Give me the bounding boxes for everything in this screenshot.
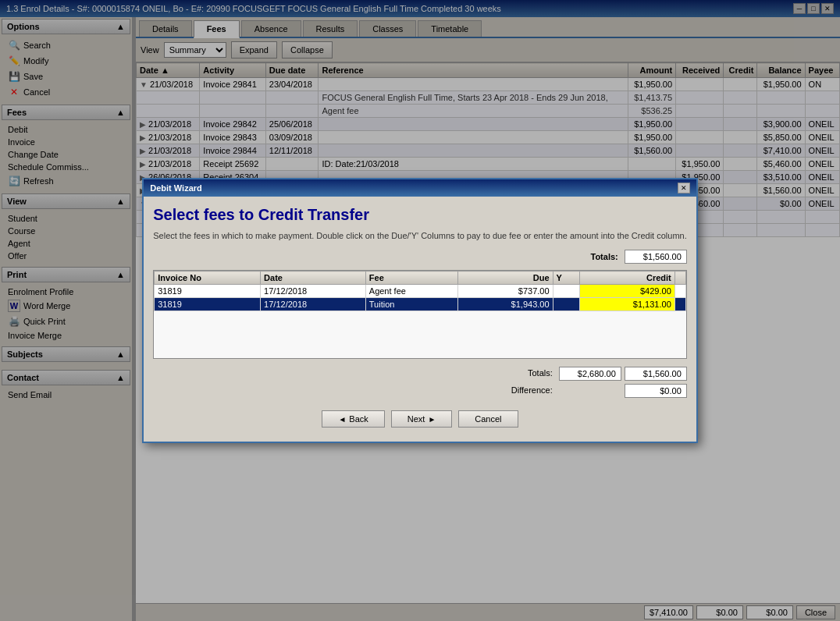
- modal-heading: Select fees to Credit Transfer: [153, 206, 687, 224]
- modal-scrollbar-header: [674, 271, 685, 285]
- modal-totals-due-value: $2,680.00: [559, 367, 621, 381]
- modal-fees-table: Invoice No Date Fee Due Y Credit 31819 1…: [154, 271, 686, 311]
- next-button[interactable]: Next ►: [391, 410, 453, 428]
- modal-col-credit[interactable]: Credit: [579, 271, 674, 285]
- modal-col-invoice[interactable]: Invoice No: [155, 271, 261, 285]
- modal-col-due[interactable]: Due: [457, 271, 553, 285]
- modal-title-bar: Debit Wizard ✕: [144, 179, 696, 197]
- credit-cell[interactable]: $1,131.00: [579, 298, 674, 311]
- back-arrow-icon: ◄: [338, 415, 346, 424]
- modal-close-button[interactable]: ✕: [678, 183, 690, 193]
- credit-cell[interactable]: $429.00: [579, 285, 674, 298]
- modal-table-empty-area: [154, 311, 686, 358]
- modal-col-date[interactable]: Date: [261, 271, 366, 285]
- cancel-button[interactable]: Cancel: [458, 410, 518, 428]
- modal-title: Debit Wizard: [150, 183, 202, 193]
- next-arrow-icon: ►: [428, 415, 436, 424]
- modal-col-fee[interactable]: Fee: [365, 271, 457, 285]
- modal-difference-value: $0.00: [625, 384, 687, 398]
- modal-totals-due-label: Totals:: [508, 367, 556, 381]
- modal-difference-label: Difference:: [508, 384, 556, 398]
- modal-body: Select fees to Credit Transfer Select th…: [144, 197, 696, 442]
- modal-description: Select the fees in which to make payment…: [153, 230, 687, 242]
- modal-table-container: Invoice No Date Fee Due Y Credit 31819 1…: [153, 270, 687, 359]
- modal-buttons: ◄ Back Next ► Cancel: [153, 406, 687, 432]
- back-label: Back: [349, 414, 368, 424]
- next-label: Next: [408, 414, 425, 424]
- modal-table-row[interactable]: 31819 17/12/2018 Tuition $1,943.00 $1,13…: [155, 298, 686, 311]
- debit-wizard-modal: Debit Wizard ✕ Select fees to Credit Tra…: [142, 178, 698, 443]
- modal-totals-label: Totals:: [591, 252, 618, 261]
- back-button[interactable]: ◄ Back: [322, 410, 384, 428]
- cancel-label: Cancel: [475, 414, 501, 424]
- modal-totals-credit-value: $1,560.00: [625, 367, 687, 381]
- modal-table-row[interactable]: 31819 17/12/2018 Agent fee $737.00 $429.…: [155, 285, 686, 298]
- modal-col-y[interactable]: Y: [553, 271, 579, 285]
- modal-totals-value: $1,560.00: [625, 250, 687, 264]
- modal-overlay: Debit Wizard ✕ Select fees to Credit Tra…: [0, 0, 840, 621]
- modal-totals-row: Totals: $1,560.00: [153, 250, 687, 264]
